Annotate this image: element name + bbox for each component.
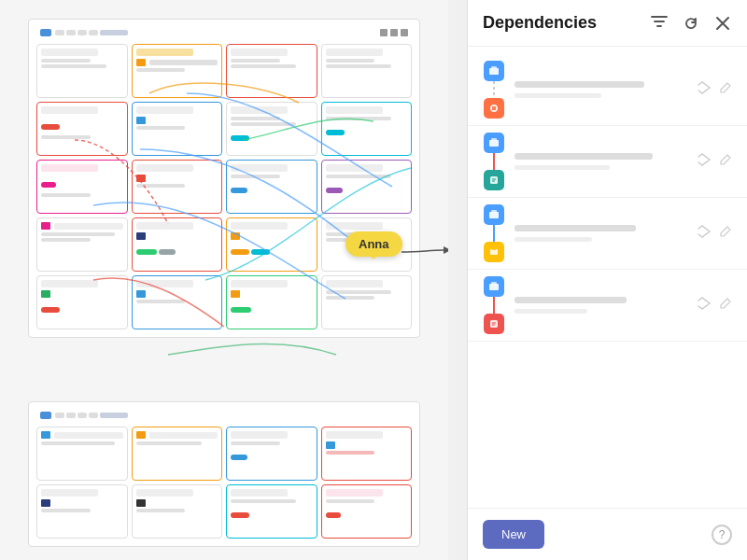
bc-2-2 (132, 484, 223, 539)
dep-icon-2-top (484, 133, 504, 153)
dependencies-list (468, 47, 747, 508)
card-1-2 (132, 44, 223, 98)
svg-rect-10 (489, 212, 499, 218)
canvas-area: Anna (0, 0, 448, 560)
bc-2-4 (321, 484, 413, 539)
dep-content-2 (514, 153, 687, 170)
action-icon-3 (401, 29, 408, 36)
svg-rect-15 (491, 282, 497, 285)
svg-rect-5 (489, 140, 499, 147)
card-2-1 (36, 102, 128, 156)
canvas-toolbar (36, 27, 412, 38)
dep-move-icon-3[interactable] (697, 224, 712, 243)
dep-actions-3 (697, 224, 732, 243)
bottom-cards-row-1 (36, 427, 412, 481)
svg-rect-6 (491, 138, 497, 141)
card-4-3 (226, 217, 317, 272)
dep-row-2-top (483, 130, 732, 193)
card-3-2 (132, 160, 223, 214)
dependencies-panel: Dependencies (467, 0, 747, 560)
svg-marker-0 (444, 246, 448, 254)
dep-group-3 (468, 198, 747, 270)
panel-header: Dependencies (468, 0, 747, 47)
filter-button[interactable] (650, 14, 669, 33)
card-2-3 (226, 102, 317, 156)
dep-group-1 (468, 54, 747, 126)
dep-icon-1-bot (484, 98, 504, 119)
panel-header-icons (650, 14, 732, 33)
card-5-2 (132, 275, 223, 329)
cards-row-1 (36, 44, 412, 98)
conn-group-4 (483, 276, 505, 334)
svg-rect-4 (492, 106, 496, 110)
dep-row-4-top (483, 273, 732, 337)
cards-row-3 (36, 160, 412, 214)
dep-row-3-top (483, 202, 732, 265)
toolbar-nav (55, 30, 376, 35)
svg-rect-14 (489, 284, 499, 290)
dep-edit-icon-1[interactable] (719, 81, 732, 98)
card-3-4 (321, 160, 413, 214)
toolbar-logo (40, 29, 51, 36)
svg-rect-11 (491, 210, 497, 213)
card-1-3 (226, 44, 317, 98)
canvas-main (28, 19, 420, 338)
close-button[interactable] (713, 14, 732, 33)
conn-group-2 (483, 133, 505, 190)
dep-icon-1-top (484, 61, 504, 81)
dep-content-3 (514, 225, 687, 242)
action-icon-2 (390, 29, 398, 36)
conn-group-3 (483, 204, 505, 262)
conn-group-1 (483, 61, 505, 119)
card-5-3 (226, 275, 317, 329)
dep-content-1 (514, 81, 687, 98)
anna-tooltip: Anna (345, 231, 402, 257)
bc-2-3 (226, 484, 317, 539)
bc-1-2 (132, 427, 223, 481)
cards-row-2 (36, 102, 412, 156)
dep-edit-icon-3[interactable] (719, 225, 732, 242)
card-2-2 (132, 102, 223, 156)
card-4-1 (36, 217, 128, 272)
dep-actions-1 (697, 80, 732, 99)
svg-rect-2 (491, 66, 497, 69)
dep-icon-2-bot (484, 170, 504, 190)
card-5-1 (36, 275, 128, 329)
card-1-4 (321, 44, 413, 98)
dep-move-icon-4[interactable] (697, 296, 712, 315)
bc-1-1 (36, 427, 128, 481)
card-1-1 (36, 44, 128, 98)
canvas-bottom (28, 401, 420, 547)
dep-move-icon-1[interactable] (697, 80, 712, 99)
bc-1-4 (321, 427, 413, 481)
dep-icon-3-top (484, 204, 504, 225)
bc-1-3 (226, 427, 317, 481)
panel-footer: New ? (468, 508, 747, 560)
dep-row-1-top (483, 58, 732, 121)
card-4-2 (132, 217, 223, 272)
card-2-4 (321, 102, 413, 156)
svg-rect-13 (492, 247, 496, 250)
dep-icon-4-top (484, 276, 504, 297)
dep-group-4 (468, 270, 747, 342)
dep-icon-4-bot (484, 314, 504, 334)
action-icon-1 (380, 29, 388, 36)
dep-icon-3-bot (484, 242, 504, 262)
dep-actions-4 (697, 296, 732, 315)
anna-label: Anna (359, 237, 389, 251)
dep-content-4 (514, 297, 687, 314)
bc-2-1 (36, 484, 128, 539)
dep-move-icon-2[interactable] (697, 152, 712, 171)
card-5-4 (321, 275, 413, 329)
new-button[interactable]: New (483, 520, 544, 549)
refresh-button[interactable] (682, 14, 700, 33)
help-button[interactable]: ? (712, 525, 732, 545)
dep-actions-2 (697, 152, 732, 171)
cards-row-5 (36, 275, 412, 329)
dep-edit-icon-2[interactable] (719, 153, 732, 170)
svg-rect-7 (490, 176, 498, 184)
svg-rect-1 (489, 68, 499, 75)
card-3-1 (36, 160, 128, 214)
dep-edit-icon-4[interactable] (719, 297, 732, 314)
panel-title: Dependencies (483, 13, 650, 33)
